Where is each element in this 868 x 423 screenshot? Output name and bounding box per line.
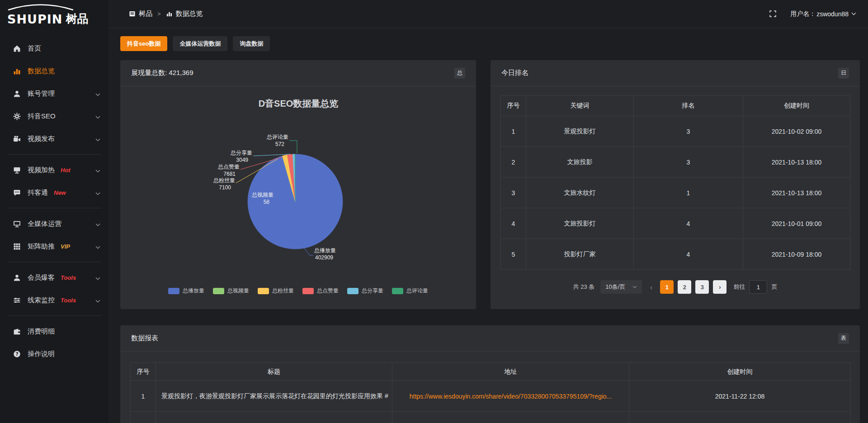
label-leader-line [304, 248, 313, 255]
sidebar-item-label: 会员爆客 [28, 273, 55, 282]
table-cell [131, 412, 156, 423]
tab-1[interactable]: 全媒体运营数据 [173, 36, 227, 51]
table-cell: 1 [634, 178, 743, 208]
sidebar-item-label: 数据总览 [28, 67, 55, 75]
legend-label: 总分享量 [362, 287, 383, 295]
legend-item-总播放量[interactable]: 总播放量 [168, 287, 204, 295]
table-row: 2文旅投影32021-10-13 18:00 [501, 147, 850, 178]
chevron-down-icon [851, 12, 856, 15]
table-row: 1景观投影灯，夜游景观投影灯厂家展示展示落花灯在花园里的灯光投影应用效果 #ht… [131, 381, 851, 412]
legend-label: 总视频量 [227, 287, 249, 295]
video-link[interactable]: https://www.iesdouyin.com/share/video/70… [410, 393, 612, 400]
overview-badge-button[interactable]: 总 [454, 68, 465, 79]
legend-swatch [392, 288, 403, 294]
sidebar-item-label: 操作说明 [28, 350, 55, 358]
sidebar-item-badge: VIP [61, 243, 70, 250]
legend-item-总视频量[interactable]: 总视频量 [213, 287, 249, 295]
table-cell: https://www.iesdouyin.com/share/video/70… [392, 381, 629, 412]
sidebar: SHUPIN 树品 首页数据总览账号管理抖音SEO视频发布视频加热Hot抖客通N… [0, 0, 108, 423]
sidebar-item-12[interactable]: 会员爆客Tools [0, 266, 108, 289]
sidebar-item-label: 全媒体运营 [28, 220, 61, 228]
table-cell [392, 412, 629, 423]
ranking-badge-button[interactable]: 日 [838, 68, 849, 79]
sidebar-item-badge: Tools [61, 274, 76, 281]
menu-divider [7, 315, 101, 316]
sidebar-item-0[interactable]: 首页 [0, 37, 108, 60]
legend-item-总点赞量[interactable]: 总点赞量 [302, 287, 339, 295]
sliders-icon [13, 296, 21, 304]
sidebar-item-2[interactable]: 账号管理 [0, 82, 108, 105]
label-leader-line [289, 141, 297, 153]
sidebar-item-9[interactable]: 全媒体运营 [0, 212, 108, 235]
table-cell: 文旅水纹灯 [526, 178, 634, 208]
user-area: 用户名：zswodun88 [769, 10, 856, 18]
table-cell: 5 [501, 239, 526, 270]
logo-arc-icon [6, 4, 75, 11]
panels-row: 展现量总数: 421,369 总 D音SEO数据量总览总播放量402909总视频… [120, 60, 860, 309]
sidebar-item-7[interactable]: 抖客通New [0, 181, 108, 204]
column-header: 标题 [156, 363, 392, 381]
page-button-2[interactable]: 2 [678, 280, 691, 294]
sidebar-item-10[interactable]: 矩阵助推VIP [0, 235, 108, 258]
table-row: 1景观投影灯32021-10-02 09:00 [501, 116, 850, 147]
table-cell: 4 [634, 208, 743, 239]
goto-page-input[interactable]: 1 [749, 280, 767, 294]
tab-2[interactable]: 询盘数据 [233, 36, 270, 51]
page-buttons: 123 [660, 280, 709, 294]
table-row: 5投影灯厂家42021-10-09 18:00 [501, 239, 850, 270]
sidebar-item-16[interactable]: ?操作说明 [0, 343, 108, 365]
pie-label-name: 总视频量 [251, 192, 274, 198]
legend-label: 总点赞量 [317, 287, 339, 295]
column-header: 创建时间 [629, 363, 851, 381]
pie-label-value: 572 [275, 141, 284, 147]
legend-item-总分享量[interactable]: 总分享量 [347, 287, 383, 295]
table-cell: 3 [501, 178, 526, 208]
sidebar-item-label: 首页 [28, 44, 41, 53]
table-cell: 2 [501, 147, 526, 178]
sidebar-item-4[interactable]: 视频发布 [0, 127, 108, 150]
column-header: 序号 [131, 363, 156, 381]
next-page-button[interactable]: › [713, 280, 726, 294]
column-header: 排名 [634, 96, 743, 116]
pagination-total: 共 23 条 [573, 283, 595, 291]
pie-label-value: 58 [264, 199, 270, 205]
fullscreen-icon[interactable] [769, 10, 777, 18]
sidebar-item-1[interactable]: 数据总览 [0, 60, 108, 82]
breadcrumb-item-home[interactable]: 树品 [129, 9, 152, 18]
table-row: 3文旅水纹灯12021-10-13 18:00 [501, 178, 850, 208]
prev-page-button[interactable]: ‹ [646, 280, 656, 294]
screen-icon [13, 166, 21, 174]
main-area: 树品 > 数据总览 用户名：zswodun88 抖音seo数据全媒体运营数据询盘… [108, 0, 868, 423]
pie-label-value: 3049 [236, 157, 248, 163]
table-row [131, 412, 851, 423]
sidebar-item-15[interactable]: 消费明细 [0, 320, 108, 343]
report-badge-button[interactable]: 表 [838, 333, 849, 344]
pie-label-name: 总评论量 [266, 134, 288, 140]
sidebar-item-label: 视频加热 [28, 166, 55, 174]
table-cell: 4 [501, 208, 526, 239]
sidebar-item-label: 矩阵助推 [28, 242, 55, 251]
sidebar-item-6[interactable]: 视频加热Hot [0, 159, 108, 181]
breadcrumb-item-current[interactable]: 数据总览 [166, 9, 203, 18]
legend-item-总评论量[interactable]: 总评论量 [392, 287, 428, 295]
gear-icon [13, 112, 21, 120]
page-size-select[interactable]: 10条/页 [600, 280, 642, 294]
sidebar-menu: 首页数据总览账号管理抖音SEO视频发布视频加热Hot抖客通New全媒体运营矩阵助… [0, 37, 108, 365]
table-cell [629, 412, 851, 423]
person-icon [13, 273, 21, 282]
table-cell: 3 [634, 116, 743, 147]
sidebar-item-13[interactable]: 线索监控Tools [0, 289, 108, 311]
table-row: 4文旅投影灯42021-10-01 09:00 [501, 208, 850, 239]
username-menu[interactable]: 用户名：zswodun88 [790, 10, 856, 18]
page-button-1[interactable]: 1 [660, 280, 674, 294]
page-button-3[interactable]: 3 [695, 280, 709, 294]
tab-0[interactable]: 抖音seo数据 [120, 36, 167, 51]
sidebar-item-badge: Hot [61, 167, 71, 174]
sidebar-item-3[interactable]: 抖音SEO [0, 105, 108, 127]
monitor-icon [13, 220, 21, 228]
menu-divider [7, 208, 101, 208]
table-cell: 2021-10-01 09:00 [743, 208, 850, 239]
legend-item-总粉丝量[interactable]: 总粉丝量 [258, 287, 294, 295]
table-cell: 2021-10-13 18:00 [743, 147, 850, 178]
sidebar-item-label: 消费明细 [28, 327, 55, 336]
